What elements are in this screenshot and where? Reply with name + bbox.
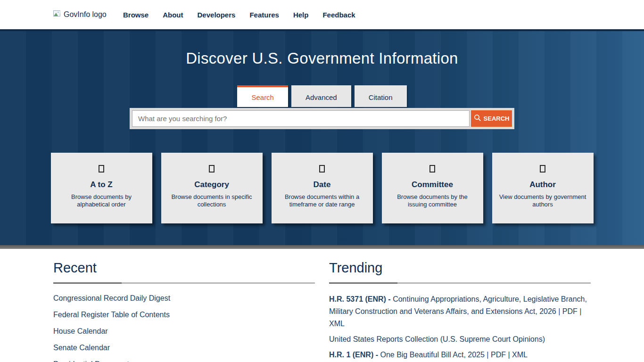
nav-item-help[interactable]: Help xyxy=(293,11,309,19)
recent-link-house-calendar[interactable]: House Calendar xyxy=(53,327,108,335)
list-item: House Calendar xyxy=(53,327,315,336)
nav-item-developers[interactable]: Developers xyxy=(198,11,236,19)
missing-glyph-icon xyxy=(319,165,325,173)
recent-link-congressional-record[interactable]: Congressional Record Daily Digest xyxy=(53,294,170,302)
govinfo-logo[interactable]: GovInfo logo xyxy=(53,10,123,19)
trending-heading-rule xyxy=(329,282,591,284)
card-description: Browse documents by alphabetical order xyxy=(57,193,147,208)
card-description: View documents by government authors xyxy=(498,193,588,208)
recent-link-senate-calendar[interactable]: Senate Calendar xyxy=(53,344,110,352)
main-nav: Browse About Developers Features Help Fe… xyxy=(123,11,355,19)
card-title: Committee xyxy=(388,180,478,189)
nav-item-browse[interactable]: Browse xyxy=(123,11,149,19)
missing-glyph-icon xyxy=(209,165,215,173)
list-item: Senate Calendar xyxy=(53,344,315,352)
search-button-label: SEARCH xyxy=(484,115,510,122)
browse-cards-row: A to Z Browse documents by alphabetical … xyxy=(0,153,644,223)
search-tabs: Search Advanced Citation xyxy=(0,85,644,107)
recent-section: Recent Congressional Record Daily Digest… xyxy=(53,256,315,362)
card-title: A to Z xyxy=(57,180,147,189)
list-item: Presidential Documents xyxy=(53,360,315,362)
tab-search[interactable]: Search xyxy=(237,85,288,107)
card-title: Category xyxy=(167,180,257,189)
list-item: Congressional Record Daily Digest xyxy=(53,294,315,303)
card-category[interactable]: Category Browse documents in specific co… xyxy=(161,153,263,223)
card-description: Browse documents by the issuing committe… xyxy=(388,193,478,208)
trending-heading: Trending xyxy=(329,260,591,276)
page-title: Discover U.S. Government Information xyxy=(0,49,644,67)
card-a-to-z[interactable]: A to Z Browse documents by alphabetical … xyxy=(51,153,152,223)
logo-alt-text: GovInfo logo xyxy=(64,10,107,19)
doc-number: H.R. 1 (ENR) - xyxy=(329,351,378,359)
search-icon xyxy=(474,114,481,123)
card-description: Browse documents in specific collections xyxy=(167,193,257,208)
trending-link-us-reports[interactable]: United States Reports Collection (U.S. S… xyxy=(329,333,591,346)
card-author[interactable]: Author View documents by government auth… xyxy=(492,153,594,223)
trending-link-hr1[interactable]: H.R. 1 (ENR) - One Big Beautiful Bill Ac… xyxy=(329,349,591,361)
list-item: Federal Register Table of Contents xyxy=(53,311,315,319)
trending-link-hr5371[interactable]: H.R. 5371 (ENR) - Continuing Appropriati… xyxy=(329,293,591,330)
card-committee[interactable]: Committee Browse documents by the issuin… xyxy=(382,153,483,223)
nav-item-feedback[interactable]: Feedback xyxy=(322,11,355,19)
recent-list: Congressional Record Daily Digest Federa… xyxy=(53,294,315,362)
doc-number: H.R. 5371 (ENR) - xyxy=(329,295,391,303)
recent-heading: Recent xyxy=(53,260,315,276)
tab-citation[interactable]: Citation xyxy=(355,85,407,107)
lower-content: Recent Congressional Record Daily Digest… xyxy=(0,249,644,362)
missing-glyph-icon xyxy=(429,165,435,173)
search-button[interactable]: SEARCH xyxy=(471,110,512,127)
search-input[interactable] xyxy=(132,110,470,127)
doc-title: United States Reports Collection (U.S. S… xyxy=(329,335,545,343)
search-bar-row: SEARCH xyxy=(0,108,644,129)
nav-item-about[interactable]: About xyxy=(163,11,183,19)
search-bar: SEARCH xyxy=(130,108,514,129)
top-navigation-bar: GovInfo logo Browse About Developers Fea… xyxy=(0,0,644,29)
tab-advanced[interactable]: Advanced xyxy=(291,85,351,107)
nav-item-features[interactable]: Features xyxy=(249,11,279,19)
broken-image-icon xyxy=(53,10,61,19)
recent-heading-rule xyxy=(53,282,315,284)
card-title: Author xyxy=(498,180,588,189)
card-title: Date xyxy=(277,180,367,189)
recent-link-presidential-documents[interactable]: Presidential Documents xyxy=(53,360,133,362)
card-description: Browse documents within a timeframe or d… xyxy=(277,193,367,208)
missing-glyph-icon xyxy=(99,165,104,173)
missing-glyph-icon xyxy=(540,165,545,173)
card-date[interactable]: Date Browse documents within a timeframe… xyxy=(272,153,373,223)
section-divider xyxy=(0,245,644,249)
recent-link-federal-register[interactable]: Federal Register Table of Contents xyxy=(53,311,170,319)
doc-title: One Big Beautiful Bill Act, 2025 | PDF |… xyxy=(378,351,528,359)
trending-list: H.R. 5371 (ENR) - Continuing Appropriati… xyxy=(329,293,591,361)
hero-banner: Discover U.S. Government Information Sea… xyxy=(0,29,644,245)
trending-section: Trending H.R. 5371 (ENR) - Continuing Ap… xyxy=(329,256,591,362)
